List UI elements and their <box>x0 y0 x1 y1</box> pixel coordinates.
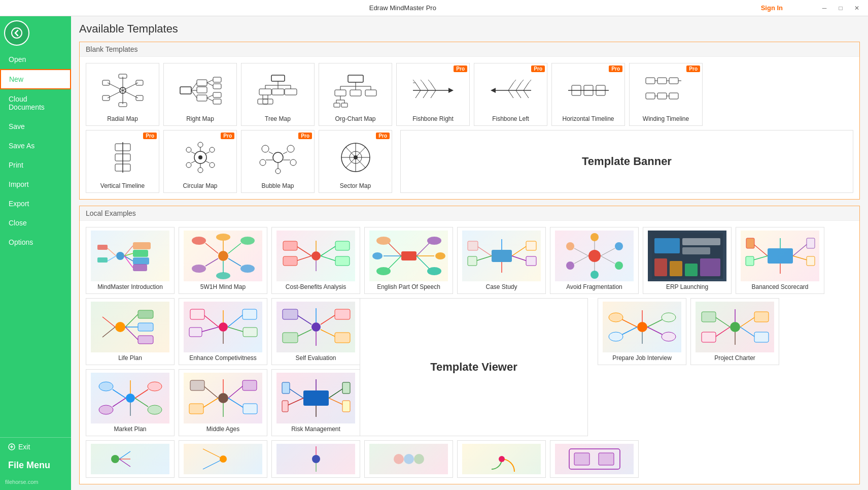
svg-line-250 <box>296 330 311 337</box>
sidebar-item-saveas[interactable]: Save As <box>0 136 71 155</box>
example-erp[interactable]: ERP Launching <box>643 227 732 294</box>
svg-rect-220 <box>746 256 754 266</box>
case-thumb <box>462 231 541 281</box>
sidebar-item-save[interactable]: Save <box>0 117 71 136</box>
svg-line-145 <box>108 256 116 261</box>
svg-line-283 <box>113 398 126 407</box>
svg-rect-53 <box>365 90 376 96</box>
template-right[interactable]: Right Map <box>163 63 237 126</box>
close-button[interactable]: ✕ <box>850 3 864 13</box>
svg-rect-242 <box>242 309 257 319</box>
svg-rect-224 <box>807 256 815 266</box>
svg-line-292 <box>203 385 218 398</box>
example-middle[interactable]: Middle Ages <box>179 369 267 436</box>
back-button[interactable] <box>4 20 29 46</box>
sidebar-item-close[interactable]: Close <box>0 213 71 233</box>
risk-label: Risk Management <box>291 426 340 433</box>
signin-button[interactable]: Sign In <box>761 4 783 12</box>
svg-rect-304 <box>282 382 290 394</box>
svg-rect-210 <box>682 238 720 245</box>
template-htimeline[interactable]: Pro Horizontal Timeline <box>551 63 625 126</box>
template-fishright[interactable]: Pro <box>396 63 470 126</box>
svg-line-294 <box>202 398 218 408</box>
svg-line-314 <box>119 451 130 459</box>
example-row3-3[interactable] <box>271 440 360 478</box>
svg-rect-51 <box>335 90 346 96</box>
svg-line-18 <box>191 83 197 90</box>
avoid-label: Avoid Fragmentation <box>566 283 622 290</box>
example-enhance[interactable]: Enhance Competivitness <box>179 298 267 365</box>
blank-templates-row1: Radial Map <box>86 63 853 126</box>
example-row3-6[interactable] <box>550 440 639 478</box>
window-controls: ─ □ ✕ <box>817 3 864 13</box>
example-cost[interactable]: Cost-Benefits Analysis <box>271 227 360 294</box>
example-row3-2[interactable] <box>179 440 267 478</box>
svg-point-195 <box>588 250 601 262</box>
svg-point-326 <box>499 456 505 462</box>
jobinterview-label: Prepare Job Interview <box>612 354 672 362</box>
svg-line-196 <box>574 248 588 256</box>
example-market[interactable]: Market Plan <box>86 369 175 436</box>
sidebar-item-import[interactable]: Import <box>0 175 71 194</box>
template-sector[interactable]: Pro <box>319 130 392 193</box>
sidebar-item-print[interactable]: Print <box>0 155 71 175</box>
row3-1-thumb <box>91 444 169 474</box>
template-fishleft[interactable]: Pro <box>474 63 547 126</box>
example-case[interactable]: Case Study <box>457 227 546 294</box>
svg-marker-61 <box>448 88 454 93</box>
sidebar-item-cloud[interactable]: Cloud Documents <box>0 89 71 117</box>
enhance-label: Enhance Competivitness <box>189 354 257 362</box>
svg-point-197 <box>566 242 574 250</box>
sidebar-item-open[interactable]: Open <box>0 50 71 69</box>
example-charter[interactable]: Project Charter <box>690 298 779 365</box>
5w1h-label: 5W1H Mind Map <box>200 283 246 290</box>
filehorse-logo: filehorse.com <box>0 477 71 490</box>
example-balanced[interactable]: Bananced Scorecard <box>736 227 824 294</box>
svg-point-282 <box>99 382 113 391</box>
svg-point-183 <box>427 267 441 275</box>
svg-rect-186 <box>468 241 478 250</box>
svg-line-154 <box>228 258 241 266</box>
example-row3-4[interactable] <box>364 440 453 478</box>
sidebar-item-new[interactable]: New <box>0 69 71 89</box>
mindmaster-thumb <box>91 231 169 281</box>
example-lifeplan[interactable]: Life Plan <box>86 298 175 365</box>
svg-rect-19 <box>197 80 207 86</box>
svg-line-79 <box>508 90 513 98</box>
row3-5-thumb <box>462 444 541 474</box>
svg-point-120 <box>290 159 296 166</box>
svg-rect-95 <box>669 93 678 99</box>
svg-line-68 <box>413 80 415 83</box>
svg-line-202 <box>601 256 615 264</box>
example-risk[interactable]: Risk Management <box>271 369 360 436</box>
example-row3-1[interactable] <box>86 440 175 478</box>
example-selfeval[interactable]: Self Evaluation <box>271 298 360 365</box>
sidebar-item-options[interactable]: Options <box>0 233 71 252</box>
example-row3-5[interactable] <box>457 440 546 478</box>
example-english[interactable]: English Part Of Speech <box>364 227 453 294</box>
svg-rect-251 <box>283 333 298 343</box>
exit-icon <box>8 443 15 450</box>
sidebar-item-export[interactable]: Export <box>0 194 71 213</box>
svg-line-235 <box>102 327 115 337</box>
right-map-icon <box>170 68 231 113</box>
minimize-button[interactable]: ─ <box>817 3 831 13</box>
maximize-button[interactable]: □ <box>834 3 848 13</box>
example-avoid[interactable]: Avoid Fragmentation <box>550 227 639 294</box>
template-circular[interactable]: Pro <box>163 130 237 193</box>
template-bubble[interactable]: Pro <box>241 130 315 193</box>
example-jobinterview[interactable]: Prepare Job Interview <box>598 298 686 365</box>
svg-line-191 <box>512 256 527 261</box>
template-orgchart[interactable]: Org-Chart Map <box>319 63 392 126</box>
template-tree[interactable]: Tree Map <box>241 63 315 126</box>
svg-line-30 <box>207 98 213 101</box>
template-radial[interactable]: Radial Map <box>86 63 159 126</box>
svg-line-22 <box>207 83 213 86</box>
template-vtimeline[interactable]: Pro Vertical Timeline <box>86 130 159 193</box>
svg-line-237 <box>203 314 219 327</box>
sidebar-item-exit[interactable]: Exit <box>0 437 71 456</box>
example-mindmaster[interactable]: MindMaster Introduction <box>86 227 175 294</box>
circular-label: Circular Map <box>183 182 217 189</box>
example-5w1h[interactable]: 5W1H Mind Map <box>179 227 267 294</box>
template-wtimeline[interactable]: Pro <box>629 63 703 126</box>
